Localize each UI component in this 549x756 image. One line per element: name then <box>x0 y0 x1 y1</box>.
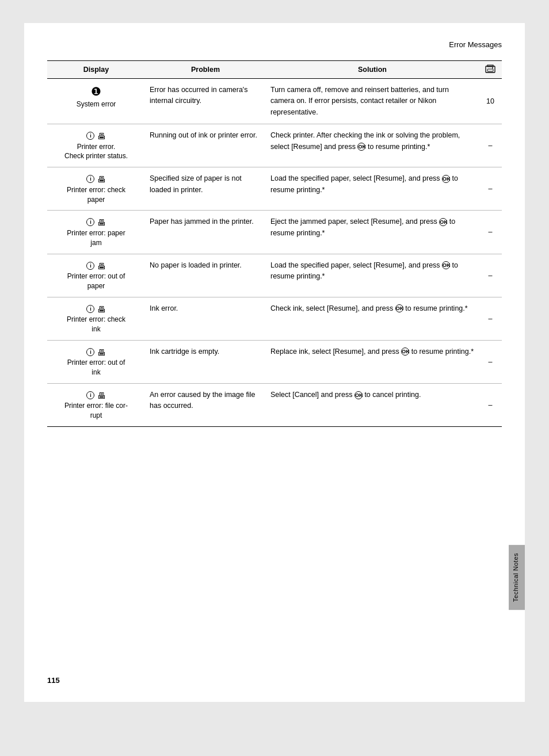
display-icon: i 🖶 <box>52 130 140 141</box>
solution-cell: Eject the jammed paper, select [Resume],… <box>266 211 479 254</box>
ref-cell: – <box>479 340 502 383</box>
display-label: Printer error: paperjam <box>67 229 125 247</box>
display-label: Printer error: checkpaper <box>67 186 125 204</box>
solution-cell: Check printer. After checking the ink or… <box>266 124 479 167</box>
ref-cell: – <box>479 383 502 426</box>
ref-cell: – <box>479 297 502 340</box>
error-messages-table: Display Problem Solution ❶ System error … <box>47 60 502 427</box>
display-cell: i 🖶 Printer error: checkink <box>47 297 145 340</box>
svg-point-3 <box>492 67 493 68</box>
display-label: Printer error.Check printer status. <box>64 143 128 161</box>
display-icon: i 🖶 <box>52 303 140 314</box>
col-header-problem: Problem <box>145 61 266 79</box>
display-cell: i 🖶 Printer error: out ofink <box>47 340 145 383</box>
table-row: i 🖶 Printer error: paperjam Paper has ja… <box>47 211 502 254</box>
display-cell: ❶ System error <box>47 79 145 124</box>
display-icon: i 🖶 <box>52 260 140 271</box>
display-label: Printer error: out ofink <box>67 358 125 376</box>
table-row: i 🖶 Printer error: out ofink Ink cartrid… <box>47 340 502 383</box>
page: Error Messages Display Problem Solution <box>24 23 525 702</box>
table-row: i 🖶 Printer error: file cor-rupt An erro… <box>47 383 502 426</box>
solution-cell: Check ink, select [Resume], and press OK… <box>266 297 479 340</box>
display-icon: i 🖶 <box>52 346 140 357</box>
ref-cell: – <box>479 124 502 167</box>
problem-cell: Error has occurred in camera's internal … <box>145 79 266 124</box>
display-cell: i 🖶 Printer error: file cor-rupt <box>47 383 145 426</box>
display-label: System error <box>77 100 116 108</box>
solution-cell: Replace ink, select [Resume], and press … <box>266 340 479 383</box>
problem-cell: Specified size of paper is not loaded in… <box>145 167 266 211</box>
solution-cell: Load the specified paper, select [Resume… <box>266 167 479 211</box>
problem-cell: Ink error. <box>145 297 266 340</box>
problem-cell: No paper is loaded in printer. <box>145 254 266 297</box>
ref-cell: – <box>479 254 502 297</box>
display-cell: i 🖶 Printer error.Check printer status. <box>47 124 145 167</box>
table-row: i 🖶 Printer error: out ofpaper No paper … <box>47 254 502 297</box>
col-header-icon <box>479 61 502 79</box>
solution-cell: Load the specified paper, select [Resume… <box>266 254 479 297</box>
problem-cell: An error caused by the image file has oc… <box>145 383 266 426</box>
display-label: Printer error: file cor-rupt <box>64 402 128 419</box>
col-header-display: Display <box>47 61 145 79</box>
display-cell: i 🖶 Printer error: checkpaper <box>47 167 145 211</box>
table-row: i 🖶 Printer error: checkpaper Specified … <box>47 167 502 211</box>
problem-cell: Ink cartridge is empty. <box>145 340 266 383</box>
table-row: i 🖶 Printer error: checkink Ink error.Ch… <box>47 297 502 340</box>
problem-cell: Paper has jammed in the printer. <box>145 211 266 254</box>
table-row: ❶ System error Error has occurred in cam… <box>47 79 502 124</box>
page-header: Error Messages <box>47 40 502 51</box>
svg-rect-1 <box>487 69 493 71</box>
solution-cell: Select [Cancel] and press OK to cancel p… <box>266 383 479 426</box>
display-cell: i 🖶 Printer error: paperjam <box>47 211 145 254</box>
ref-cell: 10 <box>479 79 502 124</box>
col-header-solution: Solution <box>266 61 479 79</box>
side-tab: Technical Notes <box>509 545 525 610</box>
page-number: 115 <box>47 676 60 685</box>
display-cell: i 🖶 Printer error: out ofpaper <box>47 254 145 297</box>
display-icon: i 🖶 <box>52 390 140 400</box>
ref-cell: – <box>479 167 502 211</box>
display-icon: i 🖶 <box>52 173 140 184</box>
solution-cell: Turn camera off, remove and reinsert bat… <box>266 79 479 124</box>
header-title: Error Messages <box>449 40 502 49</box>
ref-cell: – <box>479 211 502 254</box>
table-row: i 🖶 Printer error.Check printer status. … <box>47 124 502 167</box>
problem-cell: Running out of ink or printer error. <box>145 124 266 167</box>
display-icon: ❶ <box>52 85 140 98</box>
display-icon: i 🖶 <box>52 216 140 227</box>
display-label: Printer error: out ofpaper <box>67 272 125 290</box>
display-label: Printer error: checkink <box>67 315 125 333</box>
